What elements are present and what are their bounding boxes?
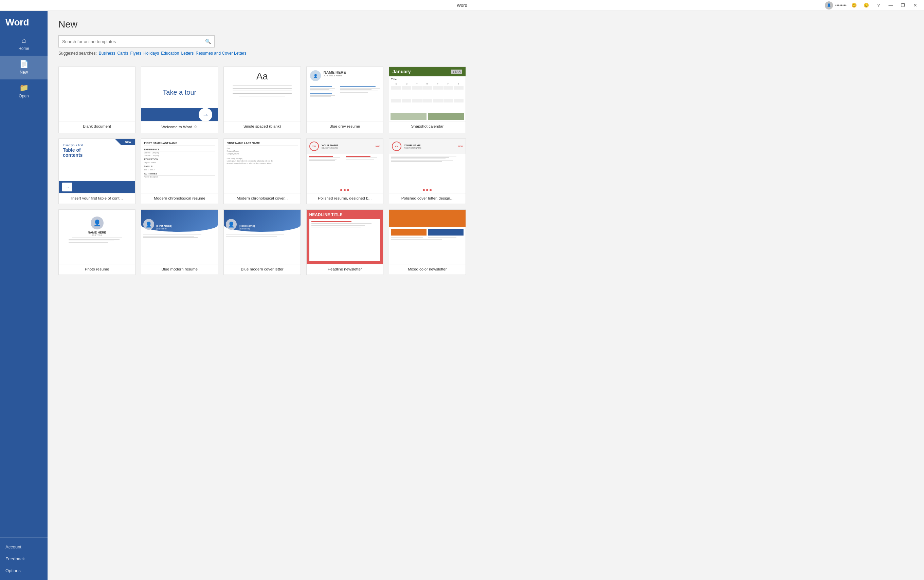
template-thumbnail-single-spaced: Aa (224, 67, 300, 121)
sidebar: Word ⌂ Home 📄 New 📁 Open Account Feedbac… (0, 11, 48, 580)
template-single-spaced[interactable]: Aa Single spaced (blank) (223, 66, 300, 133)
sidebar-item-new[interactable]: 📄 New (0, 56, 48, 79)
sidebar-bottom: Account Feedback Options (0, 537, 48, 580)
open-icon: 📁 (19, 84, 28, 92)
template-thumbnail-polished-resume: YN YOUR NAME OBJECTIVE LINE MOD (307, 139, 383, 193)
titlebar: Word 👤 •••••••• 😊 😟 ? — ❐ ✕ (0, 0, 924, 11)
template-orange-mixed[interactable]: Mixed color newsletter (389, 209, 466, 275)
template-label-polished-cover: Polished cover letter, design... (389, 193, 465, 204)
templates-area: Blank document Take a tour → (48, 61, 924, 580)
aa-text: Aa (256, 71, 268, 82)
template-polished-cover[interactable]: YN YOUR NAME RECIPIENT NAME MOD (389, 138, 466, 204)
sidebar-options[interactable]: Options (0, 565, 48, 577)
content-area: New 🔍 Suggested searches: Business Cards… (48, 11, 924, 580)
user-avatar: 👤 (825, 2, 833, 10)
template-thumbnail-headline: HEADLINE TITLE (307, 210, 383, 264)
template-polished-resume[interactable]: YN YOUR NAME OBJECTIVE LINE MOD (306, 138, 383, 204)
template-blue-resume-2[interactable]: 👤 [First Name] [Surname] (223, 209, 300, 275)
template-label-headline: Headline newsletter (307, 264, 383, 275)
suggested-holidays[interactable]: Holidays (143, 51, 159, 56)
sidebar-item-open[interactable]: 📁 Open (0, 79, 48, 103)
template-thumbnail-calendar: January YEAR Title S M T W T F (389, 67, 465, 121)
template-headline[interactable]: HEADLINE TITLE Headline newsletter (306, 209, 383, 275)
suggested-cards[interactable]: Cards (117, 51, 128, 56)
template-thumbnail-chron-cover: FIRST NAME LAST NAME Date Recipient Name… (224, 139, 300, 193)
template-thumbnail-blue-grey-resume: 👤 NAME HERE JOB TITLE HERE (307, 67, 383, 121)
template-label-orange-mixed: Mixed color newsletter (389, 264, 465, 275)
help-btn[interactable]: ? (874, 1, 883, 10)
home-icon: ⌂ (21, 37, 26, 44)
suggested-business[interactable]: Business (99, 51, 116, 56)
template-toc[interactable]: New Insert your first Table ofcontents → (58, 138, 135, 204)
template-label-calendar: Snapshot calendar (389, 121, 465, 132)
suggested-education[interactable]: Education (161, 51, 179, 56)
search-bar: 🔍 (58, 35, 214, 48)
emoji-happy-btn[interactable]: 😊 (849, 1, 859, 10)
template-label-chron-resume: Modern chronological resume (141, 193, 218, 204)
template-label-toc: Insert your first table of cont... (59, 193, 135, 204)
template-label-photo-resume: Photo resume (59, 264, 135, 275)
template-thumbnail-photo-resume: 👤 NAME HERE JOB TITLE (59, 210, 135, 264)
template-thumbnail-polished-cover: YN YOUR NAME RECIPIENT NAME MOD (389, 139, 465, 193)
minimize-btn[interactable]: — (886, 1, 896, 10)
templates-row-1: Blank document Take a tour → (58, 66, 466, 133)
search-icon[interactable]: 🔍 (205, 39, 211, 44)
template-label-blank: Blank document (59, 121, 135, 132)
titlebar-controls: 👤 •••••••• 😊 😟 ? — ❐ ✕ (825, 1, 920, 10)
sidebar-account[interactable]: Account (0, 541, 48, 553)
template-thumbnail-blank (59, 67, 135, 121)
template-chron-cover[interactable]: FIRST NAME LAST NAME Date Recipient Name… (223, 138, 300, 204)
sidebar-feedback[interactable]: Feedback (0, 553, 48, 565)
app-title: Word (457, 3, 467, 8)
template-thumbnail-blue-resume-1: 👤 [First Name] [Surname] (141, 210, 218, 264)
resume-avatar: 👤 (310, 70, 321, 81)
sidebar-item-label-open: Open (19, 94, 28, 99)
template-blue-grey-resume[interactable]: 👤 NAME HERE JOB TITLE HERE (306, 66, 383, 133)
suggested-flyers[interactable]: Flyers (130, 51, 141, 56)
sidebar-item-label-new: New (20, 70, 28, 75)
tour-text: Take a tour (163, 89, 196, 96)
content-header: New 🔍 Suggested searches: Business Cards… (48, 11, 924, 61)
template-label-tour: Welcome to Word ☆ (141, 121, 218, 133)
template-calendar[interactable]: January YEAR Title S M T W T F (389, 66, 466, 133)
suggested-resumes[interactable]: Resumes and Cover Letters (196, 51, 246, 56)
template-label-polished-resume: Polished resume, designed b... (307, 193, 383, 204)
close-btn[interactable]: ✕ (911, 1, 920, 10)
sidebar-nav: ⌂ Home 📄 New 📁 Open (0, 32, 48, 537)
template-photo-resume[interactable]: 👤 NAME HERE JOB TITLE (58, 209, 135, 275)
pin-icon: ☆ (193, 124, 198, 129)
app-body: Word ⌂ Home 📄 New 📁 Open Account Feedbac… (0, 11, 924, 580)
new-icon: 📄 (19, 60, 28, 68)
template-label-blue-resume-2: Blue modern cover letter (224, 264, 300, 275)
template-thumbnail-tour: Take a tour → (141, 67, 218, 121)
sidebar-item-home[interactable]: ⌂ Home (0, 32, 48, 56)
suggested-letters[interactable]: Letters (182, 51, 194, 56)
template-blank[interactable]: Blank document (58, 66, 135, 133)
user-area: 👤 •••••••• (825, 2, 846, 10)
emoji-sad-btn[interactable]: 😟 (861, 1, 871, 10)
template-label-single-spaced: Single spaced (blank) (224, 121, 300, 132)
template-label-blue-grey-resume: Blue grey resume (307, 121, 383, 132)
sidebar-logo: Word (0, 11, 48, 32)
suggested-searches: Suggested searches: Business Cards Flyer… (58, 51, 913, 56)
username: •••••••• (835, 3, 846, 8)
template-tour[interactable]: Take a tour → Welcome to Word (141, 66, 218, 133)
page-title: New (58, 19, 913, 30)
template-label-chron-cover: Modern chronological cover... (224, 193, 300, 204)
template-thumbnail-orange-mixed (389, 210, 465, 264)
template-thumbnail-blue-resume-2: 👤 [First Name] [Surname] (224, 210, 300, 264)
maximize-btn[interactable]: ❐ (898, 1, 908, 10)
template-chron-resume[interactable]: FIRST NAME LAST NAME EXPERIENCE Job Titl… (141, 138, 218, 204)
template-thumbnail-toc: New Insert your first Table ofcontents → (59, 139, 135, 193)
templates-row-2: New Insert your first Table ofcontents → (58, 138, 466, 204)
sidebar-item-label-home: Home (18, 46, 29, 51)
suggested-label: Suggested searches: (58, 51, 97, 56)
template-label-blue-resume-1: Blue modern resume (141, 264, 218, 275)
template-blue-resume-1[interactable]: 👤 [First Name] [Surname] (141, 209, 218, 275)
templates-row-3: 👤 NAME HERE JOB TITLE (58, 209, 466, 275)
search-input[interactable] (62, 39, 205, 44)
template-thumbnail-chron-resume: FIRST NAME LAST NAME EXPERIENCE Job Titl… (141, 139, 218, 193)
